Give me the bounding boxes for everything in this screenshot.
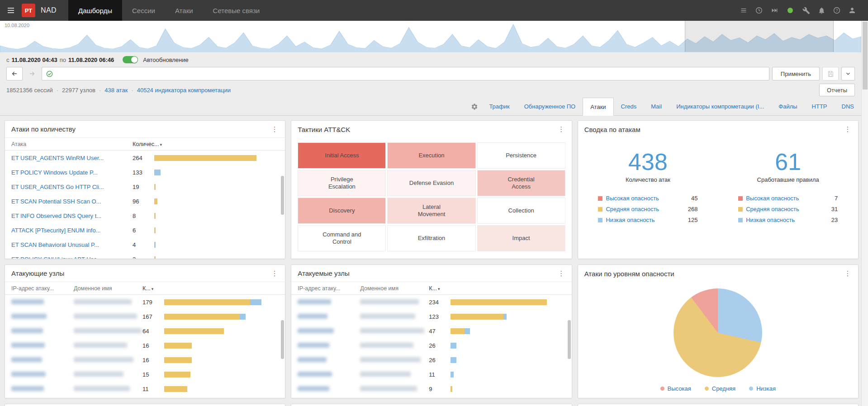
severity-label-link[interactable]: Средняя опасность	[746, 206, 831, 212]
severity-label-link[interactable]: Высокая опасность	[746, 195, 835, 202]
tactic-cell[interactable]: Execution	[387, 142, 475, 169]
tactic-cell[interactable]: Exfiltration	[387, 225, 475, 251]
apply-button[interactable]: Применить	[772, 67, 820, 80]
tactic-cell[interactable]: Lateral Movement	[387, 198, 475, 224]
card-scrollbar-thumb[interactable]	[281, 320, 284, 359]
save-filter-button[interactable]	[822, 67, 839, 80]
autorefresh-toggle[interactable]	[123, 56, 138, 63]
card-menu-button[interactable]	[844, 269, 852, 278]
card-menu-button[interactable]	[557, 125, 565, 133]
timeline-selection[interactable]	[685, 21, 834, 52]
help-icon[interactable]: ?	[831, 5, 843, 16]
wrench-icon[interactable]	[800, 5, 812, 16]
attack-name-link[interactable]: ATTACK [PTsecurity] ENUM info...	[11, 227, 133, 234]
ip-link-redacted[interactable]	[11, 342, 74, 349]
ip-link-redacted[interactable]	[298, 313, 360, 320]
menu-icon[interactable]	[0, 6, 22, 15]
severity-label-link[interactable]: Низкая опасность	[606, 217, 688, 223]
nav-item[interactable]: Сессии	[122, 0, 165, 21]
ip-link-redacted[interactable]	[298, 371, 360, 378]
history-forward-button[interactable]	[25, 67, 39, 80]
status-indicator[interactable]	[787, 8, 793, 13]
severity-label-link[interactable]: Средняя опасность	[606, 206, 688, 212]
tactic-cell[interactable]: Privilege Escalation	[298, 170, 386, 196]
col-domain[interactable]: Доменное имя	[74, 285, 142, 292]
attack-name-link[interactable]: ET POLICY GNU/Linux ABT Use...	[11, 256, 133, 260]
severity-label-link[interactable]: Высокая опасность	[606, 195, 691, 202]
col-count-sorted[interactable]: К...▾	[429, 285, 451, 292]
to-datetime[interactable]: 11.08.2020 06:46	[68, 57, 114, 63]
severity-label-link[interactable]: Низкая опасность	[746, 217, 831, 223]
filter-query-input[interactable]	[56, 68, 765, 80]
dashboard-tab[interactable]: HTTP	[805, 98, 835, 115]
col-count-sorted[interactable]: К...▾	[142, 285, 164, 292]
filter-query-field[interactable]	[42, 67, 769, 80]
dashboard-tab[interactable]: DNS	[835, 98, 861, 115]
pie-legend-item[interactable]: Средняя	[705, 385, 735, 392]
attack-name-link[interactable]: ET POLICY Windows Update P...	[11, 169, 133, 176]
dashboard-tab[interactable]: Индикаторы компрометации (I...	[669, 98, 771, 115]
page-scrollbar-thumb[interactable]	[863, 22, 868, 90]
col-domain[interactable]: Доменное имя	[360, 285, 429, 292]
reports-button[interactable]: Отчеты	[819, 84, 855, 96]
dashboard-tab[interactable]: Атаки	[583, 98, 613, 116]
nav-item[interactable]: Атаки	[165, 0, 203, 21]
attack-name-link[interactable]: ET USER_AGENTS WinRM User...	[11, 155, 133, 161]
ip-link-redacted[interactable]	[11, 357, 74, 364]
dashboard-tab[interactable]: Обнаруженное ПО	[517, 98, 583, 115]
from-datetime[interactable]: 11.08.2020 04:43	[12, 57, 57, 63]
list-icon[interactable]	[738, 5, 749, 16]
tactic-cell[interactable]: Collection	[477, 198, 565, 224]
ip-link-redacted[interactable]	[298, 386, 360, 392]
nav-item[interactable]: Сетевые связи	[203, 0, 270, 21]
severity-pie-chart[interactable]	[674, 288, 762, 377]
tactic-cell[interactable]: Persistence	[477, 142, 565, 169]
col-attack[interactable]: Атака	[11, 141, 133, 147]
bell-icon[interactable]	[816, 5, 827, 16]
gear-icon[interactable]	[471, 103, 478, 110]
attacks-count-link[interactable]: 438 атак	[104, 87, 128, 94]
card-menu-button[interactable]	[270, 269, 279, 278]
ioc-count-link[interactable]: 40524 индикатора компрометации	[137, 87, 231, 94]
skip-forward-icon[interactable]	[768, 5, 780, 16]
col-ip[interactable]: IP-адрес атаку...	[298, 285, 360, 292]
col-count-sorted[interactable]: Количес...▾	[133, 141, 154, 147]
attack-name-link[interactable]: ET SCAN Potential SSH Scan O...	[11, 198, 133, 205]
pie-legend-item[interactable]: Низкая	[749, 385, 776, 392]
col-ip[interactable]: IP-адрес атаку...	[11, 285, 74, 292]
ip-link-redacted[interactable]	[298, 342, 360, 349]
ip-link-redacted[interactable]	[11, 299, 74, 306]
ip-link-redacted[interactable]	[11, 328, 74, 335]
tactic-cell[interactable]: Command and Control	[298, 225, 386, 251]
ip-link-redacted[interactable]	[298, 357, 360, 364]
dashboard-tab[interactable]: Файлы	[771, 98, 804, 115]
history-icon[interactable]	[753, 5, 765, 16]
dashboard-tab[interactable]: Mail	[644, 98, 669, 115]
attack-name-link[interactable]: ET SCAN Behavioral Unusual P...	[11, 241, 133, 248]
page-scrollbar[interactable]	[861, 21, 868, 406]
ip-link-redacted[interactable]	[11, 386, 74, 392]
dashboard-tab[interactable]: Трафик	[482, 98, 517, 115]
attack-name-link[interactable]: ET USER_AGENTS Go HTTP Cli...	[11, 184, 133, 190]
attack-name-link[interactable]: ET INFO Observed DNS Query t...	[11, 212, 133, 219]
history-back-button[interactable]	[6, 67, 23, 80]
ip-link-redacted[interactable]	[11, 371, 74, 378]
tactic-cell[interactable]: Impact	[477, 225, 565, 251]
tactic-cell[interactable]: Defense Evasion	[387, 170, 475, 196]
filter-dropdown-button[interactable]	[841, 67, 855, 80]
timeline-chart[interactable]: 10.08.2020	[0, 21, 861, 52]
tactic-cell[interactable]: Initial Access	[298, 142, 386, 169]
card-menu-button[interactable]	[844, 125, 852, 133]
pie-legend-item[interactable]: Высокая	[660, 385, 691, 392]
tactic-cell[interactable]: Credential Access	[477, 170, 565, 196]
tactic-cell[interactable]: Discovery	[298, 198, 386, 224]
ip-link-redacted[interactable]	[298, 299, 360, 306]
card-scrollbar-thumb[interactable]	[281, 176, 284, 215]
nav-item[interactable]: Дашборды	[68, 0, 122, 21]
card-scrollbar-thumb[interactable]	[568, 320, 571, 359]
card-menu-button[interactable]	[270, 125, 279, 133]
ip-link-redacted[interactable]	[11, 313, 74, 320]
ip-link-redacted[interactable]	[298, 328, 360, 335]
pt-logo[interactable]: PT	[22, 4, 35, 17]
card-menu-button[interactable]	[557, 269, 565, 278]
